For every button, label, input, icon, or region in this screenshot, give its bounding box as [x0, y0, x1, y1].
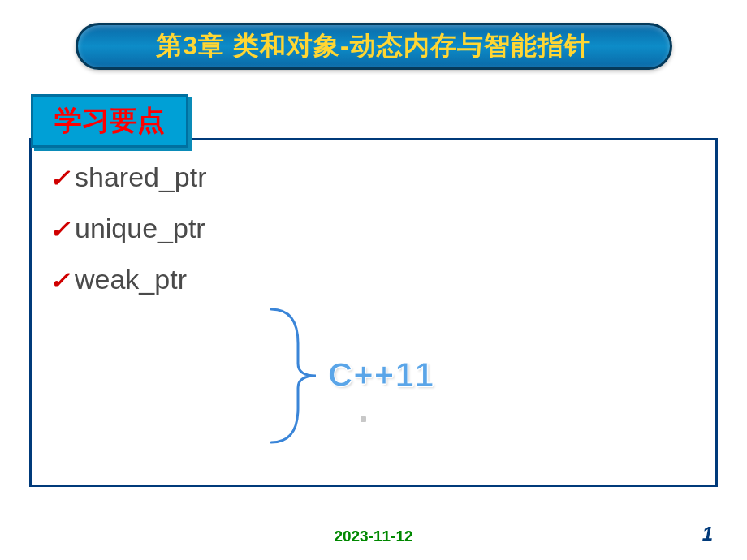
bullet-list: ✓ shared_ptr ✓ unique_ptr ✓ weak_ptr — [50, 162, 697, 295]
checkmark-icon: ✓ — [50, 164, 70, 192]
footer: 2023-11-12 — [0, 528, 747, 545]
bullet-text: unique_ptr — [75, 213, 205, 244]
slide-title: 第3章 类和对象-动态内存与智能指针 — [156, 28, 590, 64]
brace-icon — [267, 303, 332, 449]
list-item: ✓ unique_ptr — [50, 213, 697, 244]
title-banner: 第3章 类和对象-动态内存与智能指针 — [76, 23, 672, 70]
slide: 第3章 类和对象-动态内存与智能指针 学习要点 ✓ shared_ptr ✓ u… — [0, 0, 747, 560]
bullet-text: weak_ptr — [75, 264, 187, 295]
subtitle-box: 学习要点 — [31, 94, 188, 148]
dot-marker — [361, 416, 366, 422]
subtitle-text: 学习要点 — [54, 106, 165, 136]
list-item: ✓ weak_ptr — [50, 264, 697, 295]
cpp-version-label: C++11 — [328, 355, 434, 394]
page-number: 1 — [702, 523, 713, 545]
list-item: ✓ shared_ptr — [50, 162, 697, 193]
bullet-text: shared_ptr — [75, 162, 207, 193]
checkmark-icon: ✓ — [50, 266, 70, 295]
content-box: ✓ shared_ptr ✓ unique_ptr ✓ weak_ptr C++… — [29, 138, 718, 487]
checkmark-icon: ✓ — [50, 215, 70, 243]
footer-date: 2023-11-12 — [334, 528, 412, 545]
